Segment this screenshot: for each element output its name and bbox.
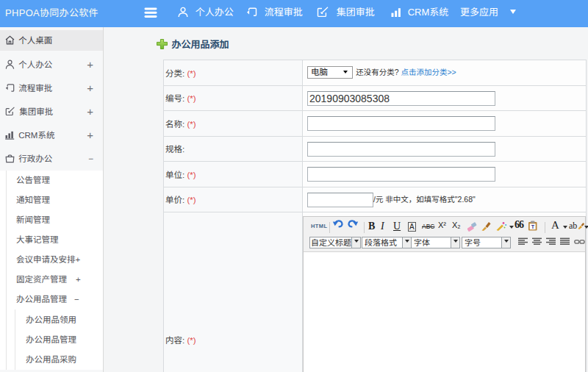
svg-text:T: T	[531, 224, 535, 229]
